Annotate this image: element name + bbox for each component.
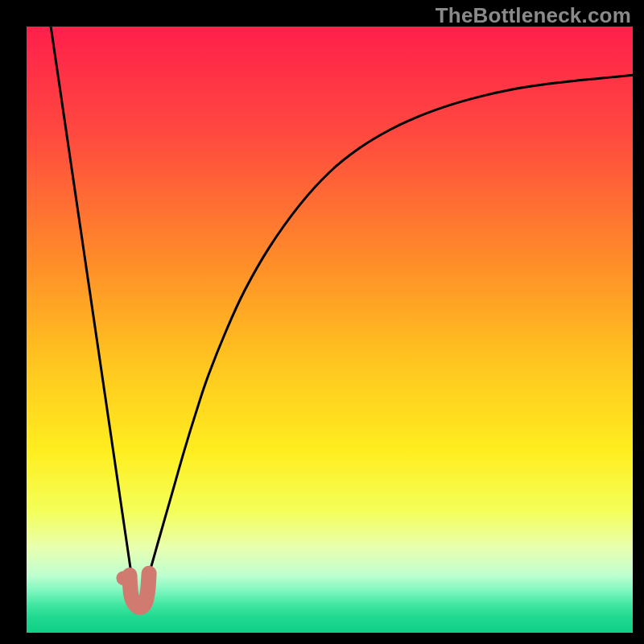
plot-area [27,27,633,633]
watermark-text: TheBottleneck.com [436,3,631,28]
chart-svg [27,27,633,633]
gradient-background [27,27,633,633]
outer-frame: TheBottleneck.com [0,0,644,644]
